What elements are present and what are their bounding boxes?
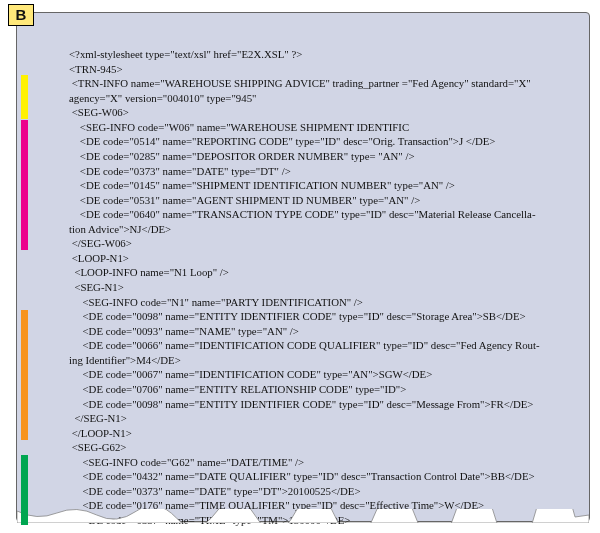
code-line: <DE code="0145" name="SHIPMENT IDENTIFIC… <box>69 178 577 193</box>
code-line: <TRN-945> <box>69 62 577 77</box>
code-line: <DE code="0285" name="DEPOSITOR ORDER NU… <box>69 149 577 164</box>
code-line: </LOOP-N1> <box>69 426 577 441</box>
code-line: </SEG-N1> <box>69 411 577 426</box>
bar-n1 <box>21 310 28 440</box>
bar-trn <box>21 75 28 119</box>
code-line: <SEG-G62> <box>69 440 577 455</box>
code-line: tion Advice">NJ</DE> <box>69 222 577 237</box>
code-line: ing Identifier">M4</DE> <box>69 353 577 368</box>
code-line: <DE code="0373" name="DATE" type="DT" /> <box>69 164 577 179</box>
code-line: <LOOP-N1> <box>69 251 577 266</box>
code-line: <SEG-INFO code="G62" name="DATE/TIME" /> <box>69 455 577 470</box>
code-panel: <?xml-stylesheet type="text/xsl" href="E… <box>16 12 590 522</box>
code-line: <SEG-W06> <box>69 105 577 120</box>
code-line: <DE code="0093" name="NAME" type="AN" /> <box>69 324 577 339</box>
code-line: <DE code="0531" name="AGENT SHIPMENT ID … <box>69 193 577 208</box>
xml-code-block: <?xml-stylesheet type="text/xsl" href="E… <box>69 47 577 528</box>
code-line: <DE code="0514" name="REPORTING CODE" ty… <box>69 134 577 149</box>
code-line: <DE code="0098" name="ENTITY IDENTIFIER … <box>69 397 577 412</box>
code-line: <LOOP-INFO name="N1 Loop" /> <box>69 265 577 280</box>
torn-edge <box>17 509 589 523</box>
code-line: <SEG-INFO code="W06" name="WAREHOUSE SHI… <box>69 120 577 135</box>
bar-w06 <box>21 120 28 250</box>
code-line: agency="X" version="004010" type="945" <box>69 91 577 106</box>
code-line: <TRN-INFO name="WAREHOUSE SHIPPING ADVIC… <box>69 76 577 91</box>
code-line: <DE code="0373" name="DATE" type="DT">20… <box>69 484 577 499</box>
bar-g62 <box>21 455 28 525</box>
code-line: <SEG-INFO code="N1" name="PARTY IDENTIFI… <box>69 295 577 310</box>
panel-letter-label: B <box>8 4 34 26</box>
panel-letter-text: B <box>16 6 27 23</box>
code-line: <DE code="0067" name="IDENTIFICATION COD… <box>69 367 577 382</box>
code-line: <SEG-N1> <box>69 280 577 295</box>
code-line: <DE code="0640" name="TRANSACTION TYPE C… <box>69 207 577 222</box>
code-line: <DE code="0098" name="ENTITY IDENTIFIER … <box>69 309 577 324</box>
code-line: </SEG-W06> <box>69 236 577 251</box>
code-line: <DE code="0066" name="IDENTIFICATION COD… <box>69 338 577 353</box>
code-line: <DE code="0432" name="DATE QUALIFIER" ty… <box>69 469 577 484</box>
code-line: <?xml-stylesheet type="text/xsl" href="E… <box>69 47 577 62</box>
code-line: <DE code="0706" name="ENTITY RELATIONSHI… <box>69 382 577 397</box>
figure-canvas: B <?xml-stylesheet type="text/xsl" href=… <box>0 0 600 533</box>
